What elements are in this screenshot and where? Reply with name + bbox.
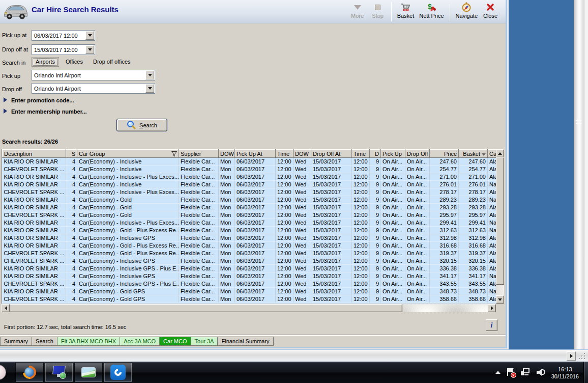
cell: 15/03/2017 [311, 204, 352, 211]
column-header-pick-up[interactable]: Pick Up [381, 150, 405, 158]
grid-vertical-scrollbar[interactable] [496, 149, 504, 304]
column-header-ca[interactable]: Ca [488, 150, 496, 158]
column-header-d[interactable]: D [370, 150, 381, 158]
taskbar-partial-icon[interactable] [0, 365, 6, 380]
tab-flt-3a-bhx-mco-bhx[interactable]: Flt 3A BHX MCO BHX [57, 337, 120, 346]
more-icon [354, 2, 361, 12]
search-button[interactable]: Search [116, 119, 167, 131]
resize-grip[interactable] [578, 352, 586, 360]
search-in-option-airports[interactable]: Airports [32, 57, 59, 67]
table-row[interactable]: KIA RIO OR SIMILAR4Car(Economy) - Inclus… [3, 158, 496, 166]
table-row[interactable]: CHEVROLET SPARK ...4Car(Economy) - Inclu… [3, 166, 496, 173]
volume-icon[interactable] [537, 368, 546, 376]
filter-icon[interactable] [171, 151, 177, 158]
table-row[interactable]: KIA RIO OR SIMILAR4Car(Economy) - Inclus… [3, 181, 496, 188]
scroll-down-button[interactable] [496, 295, 504, 304]
taskbar-g-app-button[interactable] [104, 362, 132, 382]
splitter-grip[interactable] [576, 120, 581, 126]
dropoff-value: Orlando Intl Airport [32, 86, 145, 92]
membership-number-expander[interactable]: Enter membership number... [4, 108, 87, 115]
chevron-down-icon[interactable] [145, 84, 154, 93]
action-center-icon[interactable]: x [506, 368, 515, 377]
basket-button[interactable]: Basket [395, 1, 417, 23]
pickup-combobox[interactable]: Orlando Intl Airport [32, 70, 155, 80]
column-header-description[interactable]: Description [3, 150, 66, 158]
tab-car-mco[interactable]: Car MCO [160, 337, 191, 346]
promotion-code-expander[interactable]: Enter promotion code... [4, 97, 74, 103]
dropoff-at-combobox[interactable]: 15/03/2017 12:00 [32, 44, 95, 55]
column-header-price[interactable]: Price [430, 150, 459, 158]
column-header-s[interactable]: S [66, 150, 77, 158]
table-row[interactable]: KIA RIO OR SIMILAR4Car(Economy) - Inclus… [3, 173, 496, 181]
tab-tour-3a[interactable]: Tour 3A [191, 337, 218, 346]
cell: 12:00 [352, 250, 370, 257]
column-header-dow[interactable]: DOW [293, 150, 311, 158]
table-row[interactable]: CHEVROLET SPARK ...4Car(Economy) - Inclu… [3, 188, 496, 196]
table-row[interactable]: KIA RIO OR SIMILAR4Car(Economy) - Inclus… [3, 219, 496, 227]
dropoff-combobox[interactable]: Orlando Intl Airport [32, 83, 155, 94]
table-row[interactable]: CHEVROLET SPARK ...4Car(Economy) - GoldF… [3, 211, 496, 219]
column-header-supplier[interactable]: Supplier [179, 150, 219, 158]
show-hidden-icons-button[interactable] [495, 371, 501, 374]
navigate-button[interactable]: Navigate [453, 1, 480, 23]
taskbar-clock[interactable]: 16:13 30/11/2016 [551, 365, 579, 380]
table-row[interactable]: CHEVROLET SPARK ...4Car(Economy) - Inclu… [3, 257, 496, 265]
cell: Mon [219, 272, 235, 280]
cell: 9 [370, 188, 381, 196]
cell: Flexible Car... [179, 257, 219, 265]
table-row[interactable]: KIA RIO OR SIMILAR4Car(Economy) - GoldFl… [3, 196, 496, 204]
chevron-down-icon[interactable] [85, 31, 94, 40]
pickup-at-combobox[interactable]: 06/03/2017 12:00 [32, 30, 95, 41]
column-header-car-group[interactable]: Car Group [77, 150, 179, 158]
search-in-option-offices[interactable]: Offices [62, 58, 86, 66]
tab-financial-summary[interactable]: Financial Summary [218, 337, 273, 346]
horizontal-scroll-thumb[interactable] [10, 304, 402, 312]
tab-summary[interactable]: Summary [0, 337, 32, 346]
column-header-drop-off[interactable]: Drop Off [405, 150, 430, 158]
vertical-scroll-thumb[interactable] [496, 157, 504, 285]
table-row[interactable]: KIA RIO OR SIMILAR4Car(Economy) - Inclus… [3, 272, 496, 280]
cell: 4 [66, 272, 77, 280]
network-icon[interactable] [521, 368, 531, 376]
table-row[interactable]: CHEVROLET SPARK ...4Car(Economy) - Gold … [3, 295, 496, 303]
tab-acc-3a-mco[interactable]: Acc 3A MCO [120, 337, 160, 346]
taskbar-remote-desktop-button[interactable] [45, 362, 73, 382]
table-row[interactable]: CHEVROLET SPARK ...4Car(Economy) - Gold … [3, 250, 496, 257]
show-desktop-button[interactable] [583, 362, 588, 383]
table-row[interactable]: KIA RIO OR SIMILAR4Car(Economy) - Inclus… [3, 234, 496, 242]
scroll-right-button[interactable] [567, 351, 576, 361]
column-header-time[interactable]: Time [276, 150, 293, 158]
nett-price-button[interactable]: $ Nett Price [417, 1, 446, 23]
tab-search[interactable]: Search [32, 337, 57, 346]
scroll-left-button[interactable] [2, 304, 10, 312]
right-splitter-bar[interactable] [574, 0, 584, 349]
grid-horizontal-scrollbar[interactable] [2, 304, 496, 312]
table-row[interactable]: KIA RIO OR SIMILAR4Car(Economy) - Inclus… [3, 265, 496, 272]
table-row[interactable]: KIA RIO OR SIMILAR4Car(Economy) - Gold -… [3, 242, 496, 250]
search-in-option-drop-off-offices[interactable]: Drop off offices [90, 58, 134, 66]
table-row[interactable]: CHEVROLET SPARK ...4Car(Economy) - Inclu… [3, 280, 496, 288]
table-row[interactable]: KIA RIO OR SIMILAR4Car(Economy) - Gold G… [3, 288, 496, 295]
cell: 06/03/2017 [235, 188, 276, 196]
cell: Mon [219, 265, 235, 272]
column-header-pick-up-at[interactable]: Pick Up At [235, 150, 276, 158]
cell: 12:00 [276, 211, 293, 219]
column-header-drop-off-at[interactable]: Drop Off At [311, 150, 352, 158]
taskbar-photo-app-button[interactable] [74, 362, 103, 382]
info-button[interactable]: i [486, 319, 497, 331]
scroll-up-button[interactable] [496, 149, 504, 157]
chevron-down-icon[interactable] [85, 45, 94, 54]
chevron-down-icon[interactable] [145, 71, 154, 79]
cell: KIA RIO OR SIMILAR [3, 272, 66, 280]
cell: On Air... [381, 211, 405, 219]
table-row[interactable]: KIA RIO OR SIMILAR4Car(Economy) - GoldFl… [3, 204, 496, 211]
scroll-right-button[interactable] [488, 304, 496, 312]
column-header-basket[interactable]: Basket [459, 150, 488, 158]
outer-horizontal-scrollbar[interactable] [0, 349, 588, 362]
table-row[interactable]: KIA RIO OR SIMILAR4Car(Economy) - Gold -… [3, 227, 496, 234]
close-button[interactable]: Close [480, 1, 501, 23]
taskbar-firefox-button[interactable] [15, 362, 44, 382]
cell: On Air... [381, 234, 405, 242]
column-header-time[interactable]: Time [352, 150, 370, 158]
column-header-dow[interactable]: DOW [219, 150, 235, 158]
